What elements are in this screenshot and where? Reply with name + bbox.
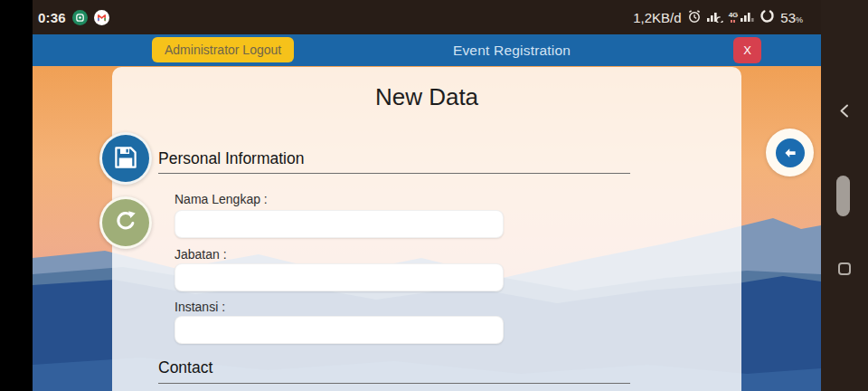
jabatan-input[interactable]	[175, 263, 504, 291]
nav-recents-square-icon[interactable]	[838, 262, 851, 275]
android-nav-rail	[821, 0, 868, 391]
signal-alert-dots	[731, 20, 735, 23]
jabatan-label: Jabatan :	[175, 247, 227, 262]
battery-percent-text: 53%	[780, 10, 803, 25]
nama-lengkap-label: Nama Lengkap :	[175, 192, 268, 206]
refresh-button[interactable]	[99, 196, 152, 249]
floppy-disk-icon	[112, 144, 139, 174]
instansi-label: Instansi :	[175, 300, 225, 314]
nama-lengkap-input[interactable]	[175, 210, 504, 238]
clock-text: 0:36	[38, 10, 66, 25]
page-title: New Data	[112, 83, 741, 111]
back-arrow-icon	[776, 138, 805, 167]
refresh-icon	[112, 208, 139, 238]
green-app-icon	[72, 10, 88, 25]
signal-bars-4g-icon	[741, 10, 754, 25]
section-heading-contact: Contact	[158, 358, 212, 377]
app-title: Event Registration	[453, 43, 571, 59]
phone-screen: New Data Personal Information Nama Lengk…	[0, 0, 868, 391]
section-divider	[158, 383, 630, 384]
data-rate-text: 1,2KB/d	[633, 10, 681, 25]
nav-back-chevron-icon[interactable]	[838, 103, 850, 122]
close-button[interactable]: X	[733, 37, 761, 63]
instansi-input[interactable]	[175, 316, 504, 344]
gmail-icon	[94, 10, 109, 25]
section-heading-personal-information: Personal Information	[158, 149, 304, 168]
nav-home-pill[interactable]	[836, 176, 850, 216]
network-type-indicator: 4G	[729, 12, 739, 23]
battery-ring-icon	[760, 8, 775, 26]
section-divider	[158, 173, 630, 174]
back-button[interactable]	[766, 129, 814, 176]
app-header: Administrator Logout Event Registration …	[33, 34, 821, 66]
alarm-icon	[687, 9, 702, 26]
save-button[interactable]	[99, 132, 152, 185]
status-bar: 0:36 1,2KB/d	[33, 0, 821, 34]
network-label: 4G	[729, 12, 739, 19]
signal-bars-icon	[707, 10, 723, 25]
administrator-logout-button[interactable]: Administrator Logout	[152, 37, 294, 62]
